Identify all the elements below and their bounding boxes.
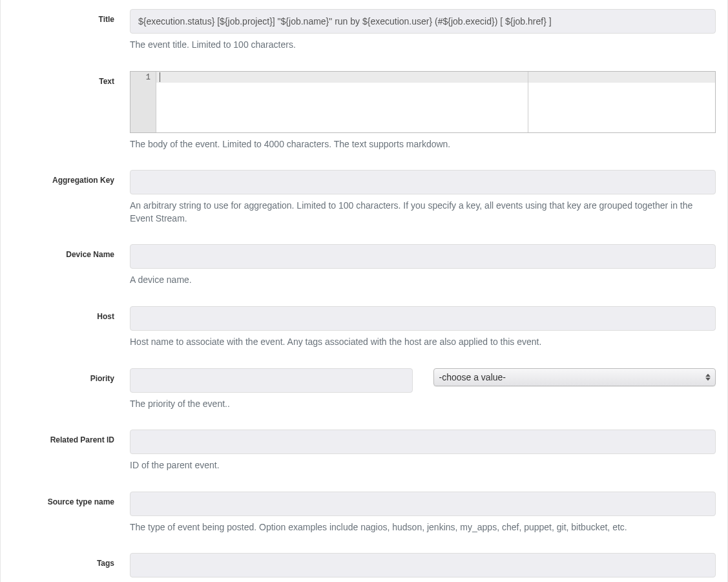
priority-select-wrap: -choose a value-: [433, 368, 716, 386]
text-row: Text 1 The body of the event. Limited to…: [1, 67, 727, 155]
priority-field-wrapper: -choose a value- The priority of the eve…: [130, 368, 727, 411]
aggregation-key-input[interactable]: [130, 170, 716, 194]
editor-gutter: 1: [130, 72, 156, 132]
device-name-label: Device Name: [1, 244, 130, 287]
editor-cursor: [160, 72, 160, 82]
tags-input[interactable]: [130, 553, 716, 577]
title-row: Title The event title. Limited to 100 ch…: [1, 0, 727, 56]
title-input[interactable]: [130, 9, 716, 34]
priority-help: The priority of the event..: [130, 398, 716, 411]
aggregation-key-row: Aggregation Key An arbitrary string to u…: [1, 166, 727, 229]
text-editor[interactable]: 1: [130, 71, 716, 133]
aggregation-key-label: Aggregation Key: [1, 170, 130, 225]
related-parent-id-field-wrapper: ID of the parent event.: [130, 430, 727, 472]
text-label: Text: [1, 71, 130, 151]
device-name-help: A device name.: [130, 274, 716, 287]
related-parent-id-label: Related Parent ID: [1, 430, 130, 472]
editor-area[interactable]: [156, 72, 715, 132]
tags-label: Tags: [1, 553, 130, 582]
priority-input[interactable]: [130, 368, 413, 393]
related-parent-id-help: ID of the parent event.: [130, 459, 716, 472]
editor-ruler: [528, 72, 528, 132]
related-parent-id-row: Related Parent ID ID of the parent event…: [1, 426, 727, 476]
priority-label: Piority: [1, 368, 130, 411]
title-label: Title: [1, 9, 130, 52]
host-label: Host: [1, 306, 130, 349]
device-name-row: Device Name A device name.: [1, 240, 727, 291]
tags-row: Tags A list of tags to apply to the even…: [1, 549, 727, 582]
source-type-name-row: Source type name The type of event being…: [1, 488, 727, 538]
host-input[interactable]: [130, 306, 716, 331]
device-name-input[interactable]: [130, 244, 716, 269]
source-type-name-help: The type of event being posted. Option e…: [130, 521, 716, 534]
host-row: Host Host name to associate with the eve…: [1, 302, 727, 353]
source-type-name-input[interactable]: [130, 492, 716, 516]
tags-field-wrapper: A list of tags to apply to the event (co…: [130, 553, 727, 582]
host-field-wrapper: Host name to associate with the event. A…: [130, 306, 727, 349]
priority-select[interactable]: -choose a value-: [433, 368, 716, 386]
text-field-wrapper: 1 The body of the event. Limited to 4000…: [130, 71, 727, 151]
text-help: The body of the event. Limited to 4000 c…: [130, 138, 716, 151]
device-name-field-wrapper: A device name.: [130, 244, 727, 287]
aggregation-key-help: An arbitrary string to use for aggregati…: [130, 200, 716, 225]
title-field-wrapper: The event title. Limited to 100 characte…: [130, 9, 727, 52]
source-type-name-label: Source type name: [1, 492, 130, 534]
host-help: Host name to associate with the event. A…: [130, 336, 716, 349]
source-type-name-field-wrapper: The type of event being posted. Option e…: [130, 492, 727, 534]
priority-row: Piority -choose a value-: [1, 364, 727, 415]
aggregation-key-field-wrapper: An arbitrary string to use for aggregati…: [130, 170, 727, 225]
title-help: The event title. Limited to 100 characte…: [130, 39, 716, 52]
line-number-1: 1: [130, 72, 156, 83]
editor-active-line: [156, 72, 715, 83]
related-parent-id-input[interactable]: [130, 430, 716, 454]
form-container: Title The event title. Limited to 100 ch…: [0, 0, 728, 582]
